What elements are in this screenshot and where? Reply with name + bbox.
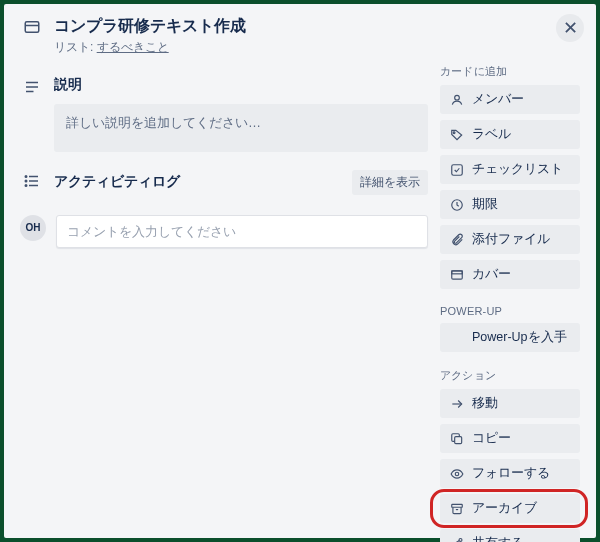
description-input[interactable]: 詳しい説明を追加してください… [54,104,428,152]
activity-icon [20,170,44,205]
card-title[interactable]: コンプラ研修テキスト作成 [54,16,392,37]
card-modal: ✕ コンプラ研修テキスト作成 リスト: するべきこと 説明 詳しい説明を追 [4,4,596,538]
user-avatar[interactable]: OH [20,215,46,241]
actions-heading: アクション [440,368,580,383]
tag-icon [450,128,464,142]
action-button[interactable]: フォローする [440,459,580,488]
sidebar-item-label: 共有する [472,535,570,542]
add-to-card-button[interactable]: 添付ファイル [440,225,580,254]
action-button[interactable]: コピー [440,424,580,453]
add-to-card-group: カードに追加 メンバーラベルチェックリスト期限添付ファイルカバー [440,64,580,289]
close-button[interactable]: ✕ [556,14,584,42]
checklist-icon [450,163,464,177]
sidebar-item-label: コピー [472,430,570,447]
sidebar-item-label: ラベル [472,126,570,143]
powerup-button[interactable]: Power-Upを入手 [440,323,580,352]
add-to-card-button[interactable]: 期限 [440,190,580,219]
add-to-card-button[interactable]: メンバー [440,85,580,114]
close-icon: ✕ [563,17,578,39]
action-button[interactable]: 共有する [440,529,580,542]
sidebar-item-label: Power-Upを入手 [472,329,570,346]
cover-icon [450,268,464,282]
actions-group: アクション 移動コピーフォローするアーカイブ共有する [440,368,580,542]
powerup-heading: POWER-UP [440,305,580,317]
eye-icon [450,467,464,481]
sidebar-item-label: 期限 [472,196,570,213]
sidebar-item-label: メンバー [472,91,570,108]
share-icon [450,537,464,543]
sidebar-item-label: アーカイブ [472,500,570,517]
powerup-group: POWER-UP Power-Upを入手 [440,305,580,352]
add-to-card-button[interactable]: カバー [440,260,580,289]
clock-icon [450,198,464,212]
paperclip-icon [450,233,464,247]
add-to-card-heading: カードに追加 [440,64,580,79]
activity-heading: アクティビティログ [54,173,180,191]
description-heading: 説明 [54,76,82,94]
user-icon [450,93,464,107]
action-button[interactable]: 移動 [440,389,580,418]
show-details-button[interactable]: 詳細を表示 [352,170,428,195]
add-to-card-button[interactable]: チェックリスト [440,155,580,184]
sidebar-item-label: チェックリスト [472,161,570,178]
list-link[interactable]: するべきこと [97,40,169,54]
archive-icon [450,502,464,516]
list-prefix: リスト: [54,40,97,54]
arrow-right-icon [450,397,464,411]
list-line: リスト: するべきこと [54,39,392,56]
copy-icon [450,432,464,446]
description-icon [20,76,44,152]
sidebar-item-label: 移動 [472,395,570,412]
action-button[interactable]: アーカイブ [440,494,580,523]
sidebar-item-label: 添付ファイル [472,231,570,248]
add-to-card-button[interactable]: ラベル [440,120,580,149]
card-icon [20,16,44,40]
sidebar-item-label: フォローする [472,465,570,482]
comment-input[interactable] [56,215,428,248]
sidebar-item-label: カバー [472,266,570,283]
